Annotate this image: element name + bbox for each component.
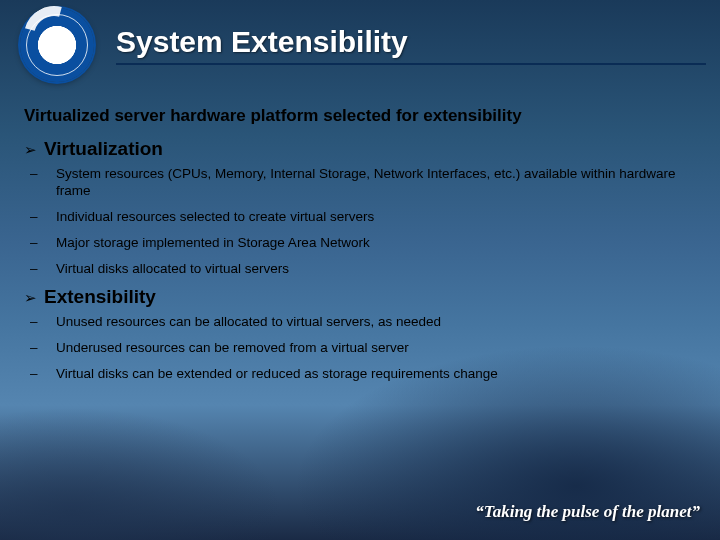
bullet-text: Virtual disks can be extended or reduced… <box>56 366 696 383</box>
list-item: –Underused resources can be removed from… <box>24 340 696 357</box>
list-item: –Major storage implemented in Storage Ar… <box>24 235 696 252</box>
list-item: –Virtual disks can be extended or reduce… <box>24 366 696 383</box>
logo-text: NOAA <box>20 50 94 60</box>
section-title: Virtualization <box>44 138 163 160</box>
section-head: ➢ Extensibility <box>24 286 696 308</box>
slide-subtitle: Virtualized server hardware platform sel… <box>24 106 696 126</box>
dash-icon: – <box>24 366 56 383</box>
section-extensibility: ➢ Extensibility –Unused resources can be… <box>24 286 696 383</box>
bullet-text: Unused resources can be allocated to vir… <box>56 314 696 331</box>
list-item: –Virtual disks allocated to virtual serv… <box>24 261 696 278</box>
section-virtualization: ➢ Virtualization –System resources (CPUs… <box>24 138 696 277</box>
bullet-text: Underused resources can be removed from … <box>56 340 696 357</box>
bullet-text: Major storage implemented in Storage Are… <box>56 235 696 252</box>
bullet-text: System resources (CPUs, Memory, Internal… <box>56 166 696 200</box>
dash-icon: – <box>24 314 56 331</box>
bullet-text: Individual resources selected to create … <box>56 209 696 226</box>
bullet-list: –Unused resources can be allocated to vi… <box>24 314 696 383</box>
dash-icon: – <box>24 209 56 226</box>
noaa-logo: NOAA <box>20 8 94 82</box>
dash-icon: – <box>24 261 56 278</box>
bullet-text: Virtual disks allocated to virtual serve… <box>56 261 696 278</box>
section-head: ➢ Virtualization <box>24 138 696 160</box>
dash-icon: – <box>24 340 56 357</box>
section-title: Extensibility <box>44 286 156 308</box>
dash-icon: – <box>24 166 56 183</box>
slide-title: System Extensibility <box>116 25 706 59</box>
title-wrap: System Extensibility <box>116 25 706 65</box>
logo-swoosh-icon <box>13 0 95 77</box>
list-item: –Individual resources selected to create… <box>24 209 696 226</box>
title-underline <box>116 63 706 65</box>
slide-header: NOAA System Extensibility <box>0 0 720 90</box>
arrow-icon: ➢ <box>24 289 44 307</box>
bullet-list: –System resources (CPUs, Memory, Interna… <box>24 166 696 277</box>
arrow-icon: ➢ <box>24 141 44 159</box>
slide-content: Virtualized server hardware platform sel… <box>0 90 720 383</box>
list-item: –Unused resources can be allocated to vi… <box>24 314 696 331</box>
dash-icon: – <box>24 235 56 252</box>
tagline: “Taking the pulse of the planet” <box>475 502 700 522</box>
list-item: –System resources (CPUs, Memory, Interna… <box>24 166 696 200</box>
